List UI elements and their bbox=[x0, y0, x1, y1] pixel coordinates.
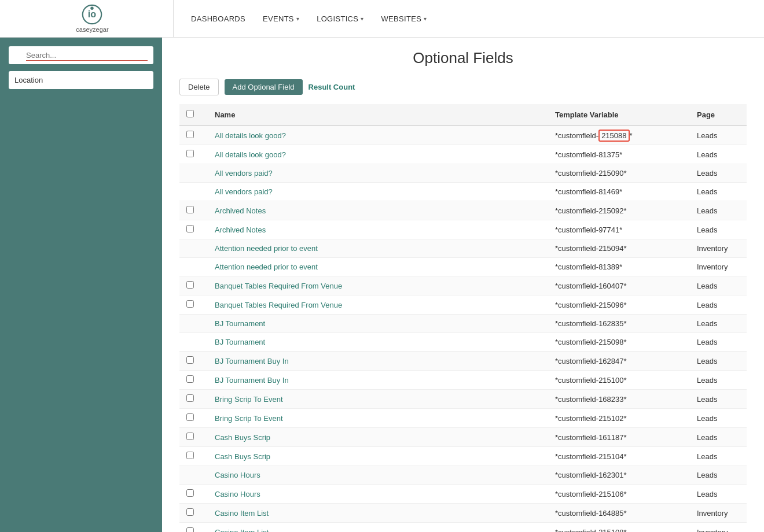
websites-dropdown-arrow: ▾ bbox=[424, 16, 427, 22]
table-row: BJ Tournament*customfield-215098*Leads bbox=[179, 333, 747, 352]
field-name-link[interactable]: BJ Tournament Buy In bbox=[215, 376, 289, 385]
row-checkbox[interactable] bbox=[186, 433, 194, 440]
page-value: Leads bbox=[690, 371, 747, 390]
page-value: Leads bbox=[690, 409, 747, 428]
row-checkbox[interactable] bbox=[186, 225, 194, 232]
nav-dashboards[interactable]: DASHBOARDS bbox=[191, 14, 245, 23]
field-name-link[interactable]: All vendors paid? bbox=[215, 169, 273, 178]
row-checkbox[interactable] bbox=[186, 489, 194, 497]
row-checkbox[interactable] bbox=[186, 300, 194, 308]
result-count-button[interactable]: Result Count bbox=[308, 83, 355, 91]
template-variable: *customfield-215102* bbox=[548, 409, 690, 428]
table-row: Archived Notes*customfield-97741*Leads bbox=[179, 220, 747, 239]
field-name-link[interactable]: Banquet Tables Required From Venue bbox=[215, 301, 342, 309]
select-all-checkbox[interactable] bbox=[186, 110, 194, 117]
page-value: Leads bbox=[690, 352, 747, 371]
template-variable: *customfield-215108* bbox=[548, 523, 690, 533]
field-name-link[interactable]: Attention needed prior to event bbox=[215, 263, 318, 271]
template-variable: *customfield-168233* bbox=[548, 390, 690, 409]
row-checkbox[interactable] bbox=[186, 452, 194, 459]
row-checkbox[interactable] bbox=[186, 206, 194, 213]
page-value: Leads bbox=[690, 201, 747, 220]
field-name-link[interactable]: All vendors paid? bbox=[215, 187, 273, 196]
page-value: Leads bbox=[690, 220, 747, 239]
page-value: Leads bbox=[690, 390, 747, 409]
template-variable: *customfield-161187* bbox=[548, 428, 690, 447]
row-checkbox[interactable] bbox=[186, 508, 194, 516]
row-checkbox[interactable] bbox=[186, 131, 194, 138]
table-row: Casino Item List*customfield-215108*Inve… bbox=[179, 523, 747, 533]
field-name-link[interactable]: Casino Hours bbox=[215, 471, 260, 479]
highlighted-var: 215088 bbox=[598, 130, 629, 142]
template-variable: *customfield-81469* bbox=[548, 183, 690, 201]
table-row: Cash Buys Scrip*customfield-161187*Leads bbox=[179, 428, 747, 447]
field-name-link[interactable]: Archived Notes bbox=[215, 226, 266, 234]
field-name-link[interactable]: Casino Item List bbox=[215, 528, 269, 533]
field-name-link[interactable]: BJ Tournament bbox=[215, 338, 265, 346]
template-variable: *customfield-97741* bbox=[548, 220, 690, 239]
row-checkbox[interactable] bbox=[186, 527, 194, 532]
page-value: Leads bbox=[690, 485, 747, 504]
table-body: All details look good?*customfield-21508… bbox=[179, 125, 747, 532]
header-template-var: Template Variable bbox=[548, 104, 690, 125]
row-checkbox[interactable] bbox=[186, 413, 194, 421]
svg-point-2 bbox=[91, 7, 94, 10]
add-optional-field-button[interactable]: Add Optional Field bbox=[225, 79, 303, 95]
page-value: Inventory bbox=[690, 239, 747, 258]
table-row: Banquet Tables Required From Venue*custo… bbox=[179, 276, 747, 295]
row-checkbox[interactable] bbox=[186, 281, 194, 289]
table-row: Archived Notes*customfield-215092*Leads bbox=[179, 201, 747, 220]
page-value: Leads bbox=[690, 447, 747, 466]
nav-websites[interactable]: WEBSITES ▾ bbox=[381, 14, 427, 23]
table-row: All vendors paid?*customfield-215090*Lea… bbox=[179, 164, 747, 183]
sidebar: ✕ bbox=[0, 38, 162, 532]
table-row: Attention needed prior to event*customfi… bbox=[179, 239, 747, 258]
template-variable: *customfield-215096* bbox=[548, 295, 690, 315]
logo-icon: io bbox=[82, 4, 102, 25]
field-name-link[interactable]: Bring Scrip To Event bbox=[215, 395, 283, 404]
field-name-link[interactable]: Casino Item List bbox=[215, 509, 269, 518]
page-value: Leads bbox=[690, 466, 747, 485]
template-variable: *customfield-215092* bbox=[548, 201, 690, 220]
table-row: Casino Item List*customfield-164885*Inve… bbox=[179, 504, 747, 523]
search-input[interactable] bbox=[9, 46, 153, 64]
row-checkbox[interactable] bbox=[186, 356, 194, 364]
page-value: Inventory bbox=[690, 258, 747, 276]
field-name-link[interactable]: Cash Buys Scrip bbox=[215, 452, 270, 461]
field-name-link[interactable]: BJ Tournament bbox=[215, 319, 265, 328]
optional-fields-table: Name Template Variable Page All details … bbox=[179, 104, 747, 532]
top-navigation: io caseyzegar DASHBOARDS EVENTS ▾ LOGIST… bbox=[0, 0, 764, 38]
template-variable: *customfield-215104* bbox=[548, 447, 690, 466]
field-name-link[interactable]: Archived Notes bbox=[215, 206, 266, 215]
row-checkbox[interactable] bbox=[186, 375, 194, 383]
svg-text:io: io bbox=[88, 9, 96, 19]
nav-events[interactable]: EVENTS ▾ bbox=[263, 14, 299, 23]
page-value: Leads bbox=[690, 295, 747, 315]
nav-logistics[interactable]: LOGISTICS ▾ bbox=[317, 14, 363, 23]
field-name-link[interactable]: Attention needed prior to event bbox=[215, 244, 318, 253]
field-name-link[interactable]: Cash Buys Scrip bbox=[215, 433, 270, 442]
row-checkbox[interactable] bbox=[186, 150, 194, 157]
template-variable: *customfield-81389* bbox=[548, 258, 690, 276]
table-row: BJ Tournament Buy In*customfield-162847*… bbox=[179, 352, 747, 371]
toolbar: Delete Add Optional Field Result Count bbox=[179, 79, 747, 95]
search-wrapper: ✕ bbox=[9, 46, 153, 64]
logistics-dropdown-arrow: ▾ bbox=[361, 16, 363, 22]
table-row: Attention needed prior to event*customfi… bbox=[179, 258, 747, 276]
field-name-link[interactable]: BJ Tournament Buy In bbox=[215, 357, 289, 365]
delete-button[interactable]: Delete bbox=[179, 79, 219, 95]
content-area: Optional Fields Delete Add Optional Fiel… bbox=[162, 38, 764, 532]
table-header: Name Template Variable Page bbox=[179, 104, 747, 125]
row-checkbox[interactable] bbox=[186, 394, 194, 402]
field-name-link[interactable]: Banquet Tables Required From Venue bbox=[215, 282, 342, 290]
page-value: Leads bbox=[690, 164, 747, 183]
field-name-link[interactable]: Bring Scrip To Event bbox=[215, 414, 283, 423]
field-name-link[interactable]: Casino Hours bbox=[215, 490, 260, 498]
location-field[interactable] bbox=[9, 71, 153, 89]
template-variable: *customfield-215090* bbox=[548, 164, 690, 183]
field-name-link[interactable]: All details look good? bbox=[215, 131, 286, 140]
table-row: Casino Hours*customfield-162301*Leads bbox=[179, 466, 747, 485]
field-name-link[interactable]: All details look good? bbox=[215, 150, 286, 159]
header-name: Name bbox=[208, 104, 548, 125]
table-row: Casino Hours*customfield-215106*Leads bbox=[179, 485, 747, 504]
